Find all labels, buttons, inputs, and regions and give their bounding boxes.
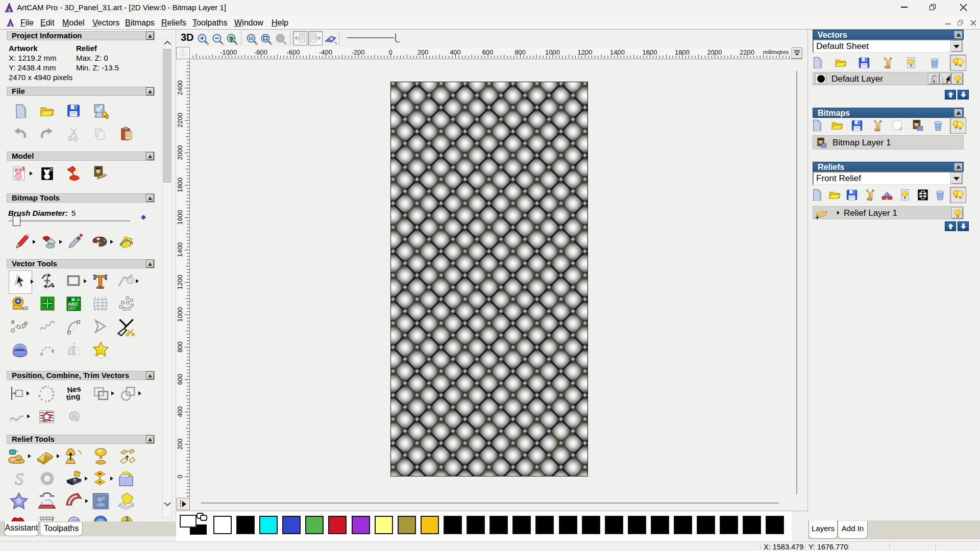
svg-text:x: x (45, 385, 47, 388)
svg-text:200: 200 (418, 48, 429, 56)
svg-text:c: c (51, 397, 55, 400)
svg-text:1800: 1800 (675, 48, 690, 56)
svg-text:1000: 1000 (176, 307, 184, 322)
svg-text:2400: 2400 (176, 81, 184, 95)
svg-text:a: a (52, 394, 55, 396)
svg-text:-400: -400 (319, 48, 332, 56)
svg-text:2200: 2200 (176, 113, 184, 128)
svg-text:e: e (41, 386, 44, 390)
svg-text:millimetres: millimetres (763, 49, 789, 55)
svg-text:0: 0 (176, 474, 184, 478)
svg-text:1400: 1400 (610, 48, 625, 56)
svg-text:1200: 1200 (176, 275, 184, 290)
svg-text:-800: -800 (254, 48, 267, 56)
svg-text:2000: 2000 (707, 48, 722, 56)
svg-text:800: 800 (176, 341, 184, 353)
svg-text:DEF: DEF (68, 306, 77, 311)
svg-text:-1000: -1000 (220, 48, 237, 56)
svg-text:600: 600 (176, 374, 184, 385)
svg-text:v: v (40, 398, 43, 402)
svg-text:t: t (47, 385, 50, 388)
svg-text:b: b (72, 476, 77, 484)
svg-text:ting: ting (66, 392, 81, 402)
svg-text:2000: 2000 (176, 145, 184, 160)
svg-text:e: e (38, 394, 41, 398)
svg-text:1200: 1200 (578, 48, 593, 56)
svg-text:0: 0 (388, 48, 392, 56)
svg-text:1600: 1600 (176, 210, 184, 225)
svg-text:1000: 1000 (545, 48, 560, 56)
svg-text:400: 400 (176, 406, 184, 417)
svg-text:-600: -600 (286, 48, 300, 56)
svg-text:1400: 1400 (176, 242, 184, 257)
svg-text:2200: 2200 (740, 48, 754, 56)
svg-text:1800: 1800 (176, 178, 184, 192)
svg-text:-200: -200 (351, 48, 364, 56)
svg-text:800: 800 (514, 48, 526, 56)
svg-text:t: t (39, 389, 42, 393)
svg-text:u: u (47, 399, 52, 403)
svg-text:1600: 1600 (642, 48, 657, 56)
svg-text:200: 200 (176, 439, 184, 450)
svg-text:n: n (51, 390, 55, 393)
svg-text:400: 400 (450, 48, 461, 56)
svg-text:r: r (44, 400, 46, 403)
svg-text:600: 600 (482, 48, 494, 56)
svg-text:S: S (15, 470, 23, 487)
